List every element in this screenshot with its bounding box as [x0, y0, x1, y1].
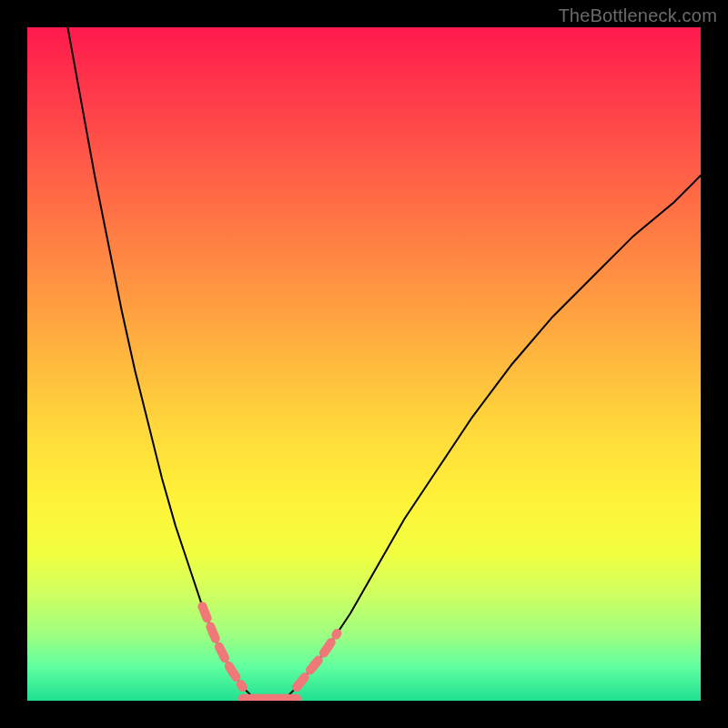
chart-frame: TheBottleneck.com [0, 0, 728, 728]
curve-left [67, 27, 256, 701]
plot-area [27, 27, 701, 701]
watermark-label: TheBottleneck.com [558, 5, 717, 26]
chart-svg [27, 27, 701, 701]
overlay-right-icon [297, 633, 337, 687]
curve-right [283, 176, 701, 701]
overlay-left-icon [202, 606, 242, 687]
